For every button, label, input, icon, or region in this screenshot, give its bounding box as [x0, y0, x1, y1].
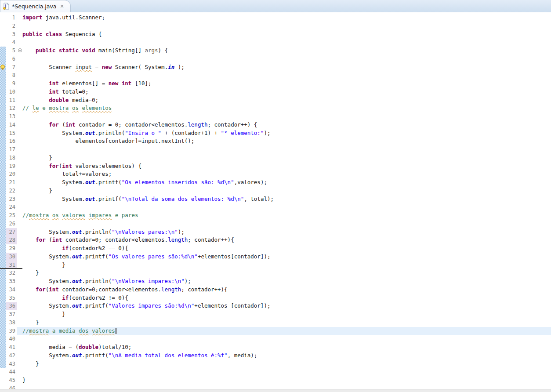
line-number[interactable]: 41 [6, 343, 17, 352]
code-line[interactable]: 38 } [0, 319, 551, 327]
annotation-ruler-cell[interactable] [0, 319, 6, 327]
annotation-ruler-cell[interactable] [0, 343, 6, 352]
line-number[interactable]: 36 [6, 302, 17, 310]
code-text[interactable] [22, 145, 551, 154]
code-line[interactable]: 28 for (int contador=0; contador<element… [0, 236, 551, 244]
code-line[interactable]: 16 elementos[contador]=input.nextInt(); [0, 137, 551, 145]
line-number[interactable]: 31 [6, 261, 17, 269]
code-line[interactable]: 19 for(int valores:elementos) { [0, 162, 551, 171]
code-line[interactable]: 4 [0, 38, 551, 47]
line-number[interactable]: 35 [6, 294, 17, 302]
annotation-ruler-cell[interactable] [0, 360, 6, 368]
line-number[interactable]: 3 [6, 30, 17, 39]
code-text[interactable]: System.out.printf("Os elementos inserido… [22, 178, 551, 187]
code-text[interactable]: } [22, 187, 551, 195]
fold-collapse-icon[interactable]: − [18, 48, 22, 52]
code-text[interactable]: // le e mostra os elementos [22, 104, 551, 113]
line-number[interactable]: 42 [6, 352, 17, 360]
line-number[interactable]: 43 [6, 360, 17, 368]
line-number[interactable]: 16 [6, 137, 17, 145]
code-text[interactable]: for(int valores:elementos) { [22, 162, 551, 171]
annotation-ruler-cell[interactable] [0, 96, 6, 105]
code-text[interactable]: //mostra a media dos valores [22, 327, 551, 335]
code-text[interactable]: elementos[contador]=input.nextInt(); [22, 137, 551, 145]
line-number[interactable]: 38 [6, 319, 17, 327]
line-number[interactable]: 21 [6, 178, 17, 187]
annotation-ruler-cell[interactable] [0, 220, 6, 228]
code-line[interactable]: 45} [0, 376, 551, 385]
code-text[interactable]: } [22, 154, 551, 162]
code-line[interactable]: 22 } [0, 187, 551, 195]
code-text[interactable]: } [22, 376, 551, 385]
line-number[interactable]: 39 [6, 327, 17, 335]
line-number[interactable]: 29 [6, 244, 17, 253]
line-number[interactable]: 10 [6, 88, 17, 96]
code-text[interactable]: System.out.println("\nValores pares:\n")… [22, 228, 551, 236]
code-line[interactable]: 29 if(contador%2 == 0){ [0, 244, 551, 253]
line-number[interactable]: 37 [6, 310, 17, 319]
code-line[interactable]: 34 for(int contador=0;contador<elementos… [0, 286, 551, 294]
annotation-ruler-cell[interactable] [0, 71, 6, 80]
code-line[interactable]: 39//mostra a media dos valores [0, 327, 551, 335]
annotation-ruler-cell[interactable] [0, 302, 6, 310]
line-number[interactable]: 24 [6, 203, 17, 211]
line-number[interactable]: 17 [6, 145, 17, 154]
annotation-ruler-cell[interactable] [0, 352, 6, 360]
code-line[interactable]: 15 System.out.println("Insira o " + (con… [0, 129, 551, 138]
code-line[interactable]: 35 if(contador%2 != 0){ [0, 294, 551, 302]
code-line[interactable]: 23 System.out.printf("\nTotal da soma do… [0, 195, 551, 203]
annotation-ruler-cell[interactable] [0, 253, 6, 261]
code-text[interactable]: media = (double)total/10; [22, 343, 551, 352]
annotation-ruler-cell[interactable] [0, 294, 6, 302]
code-text[interactable] [22, 22, 551, 30]
annotation-ruler-cell[interactable] [0, 88, 6, 96]
line-number[interactable]: 7 [6, 63, 17, 72]
code-line[interactable]: 18 } [0, 154, 551, 162]
annotation-ruler-cell[interactable] [0, 154, 6, 162]
line-number[interactable]: 25 [6, 211, 17, 220]
code-line[interactable]: 44 [0, 368, 551, 376]
annotation-ruler-cell[interactable] [0, 368, 6, 376]
line-number[interactable]: 5 [6, 47, 17, 55]
code-text[interactable]: public static void main(String[] args) { [22, 47, 551, 55]
code-line[interactable]: 8 [0, 71, 551, 80]
line-number[interactable]: 9 [6, 80, 17, 88]
annotation-ruler-cell[interactable] [0, 269, 6, 277]
annotation-ruler-cell[interactable] [0, 187, 6, 195]
line-number[interactable]: 8 [6, 71, 17, 80]
line-number[interactable]: 19 [6, 162, 17, 171]
code-text[interactable] [22, 203, 551, 211]
code-text[interactable]: int elementos[] = new int [10]; [22, 80, 551, 88]
line-number[interactable]: 14 [6, 121, 17, 129]
code-text[interactable]: total+=valores; [22, 170, 551, 178]
code-line[interactable]: 17 [0, 145, 551, 154]
line-number[interactable]: 30 [6, 253, 17, 261]
code-line[interactable]: 32 } [0, 269, 551, 277]
annotation-ruler-cell[interactable] [0, 30, 6, 39]
code-line[interactable]: 11 double media=0; [0, 96, 551, 105]
code-text[interactable]: import java.util.Scanner; [22, 14, 551, 22]
code-text[interactable] [22, 38, 551, 47]
code-line[interactable]: 5− public static void main(String[] args… [0, 47, 551, 55]
annotation-ruler-cell[interactable] [0, 277, 6, 286]
annotation-ruler-cell[interactable] [0, 327, 6, 335]
code-text[interactable]: System.out.printf("\nTotal da soma dos e… [22, 195, 551, 203]
code-line[interactable]: 40 [0, 335, 551, 343]
line-number[interactable]: 22 [6, 187, 17, 195]
line-number[interactable]: 27 [6, 228, 17, 236]
annotation-ruler-cell[interactable] [0, 113, 6, 121]
code-line[interactable]: 1import java.util.Scanner; [0, 14, 551, 22]
code-line[interactable]: 6 [0, 55, 551, 63]
annotation-ruler-cell[interactable] [0, 376, 6, 385]
annotation-ruler-cell[interactable] [0, 129, 6, 138]
annotation-ruler-cell[interactable] [0, 211, 6, 220]
code-line[interactable]: 42 System.out.printf("\nA media total do… [0, 352, 551, 360]
code-text[interactable]: } [22, 261, 551, 269]
code-text[interactable]: System.out.println("Insira o " + (contad… [22, 129, 551, 138]
code-text[interactable] [22, 113, 551, 121]
line-number[interactable]: 34 [6, 286, 17, 294]
code-line[interactable]: 20 total+=valores; [0, 170, 551, 178]
code-text[interactable]: int total=0; [22, 88, 551, 96]
annotation-ruler-cell[interactable] [0, 310, 6, 319]
code-line[interactable]: 30 System.out.printf("Os valores pares s… [0, 253, 551, 261]
